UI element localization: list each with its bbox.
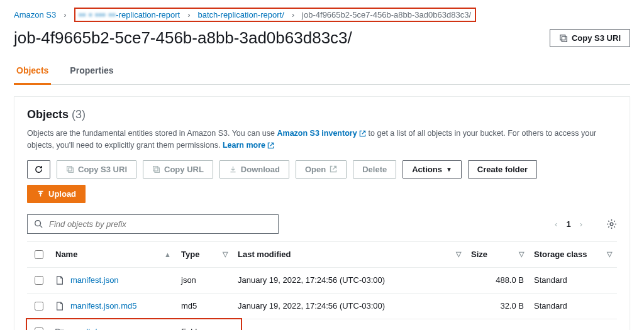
page-title: job-4f9665b2-5ce7-456b-a8bb-3ad0b63d83c3… [14,28,352,48]
upload-button[interactable]: Upload [27,185,86,203]
svg-point-6 [35,221,41,226]
cell-type: md5 [176,293,233,319]
external-link-icon [267,142,274,149]
search-input-wrapper[interactable] [27,214,279,234]
breadcrumb-bucket[interactable]: ▪▪ ▪ ▪▪▪ ▪▪-replication-report [79,10,180,19]
filter-icon[interactable]: ▽ [223,250,228,258]
cell-storage: Standard [529,293,617,319]
filter-icon[interactable]: ▽ [519,250,524,258]
col-name[interactable]: Name [55,250,77,259]
filter-icon[interactable]: ▽ [456,250,461,258]
create-folder-button[interactable]: Create folder [468,160,537,179]
breadcrumb-current: job-4f9665b2-5ce7-456b-a8bb-3ad0b63d83c3… [302,10,471,19]
search-input[interactable] [48,219,272,229]
search-icon [34,219,43,228]
download-icon [229,165,237,173]
cell-modified: - [233,319,466,330]
file-icon [55,302,65,311]
cell-size: - [466,319,529,330]
objects-panel: Objects (3) Objects are the fundamental … [14,96,630,330]
object-name-link[interactable]: results/ [70,327,97,330]
external-link-icon [359,130,366,137]
cell-size: 32.0 B [466,293,529,319]
row-checkbox[interactable] [35,302,43,311]
toolbar: Copy S3 URI Copy URL Download Open Delet… [27,160,617,179]
panel-description: Objects are the fundamental entities sto… [27,128,617,151]
cell-type: Folder [176,319,233,330]
cell-storage: - [529,319,617,330]
table-row: results/Folder--- [27,319,617,330]
col-type[interactable]: Type [181,250,199,259]
tab-properties[interactable]: Properties [67,59,116,84]
objects-table: Name▲ Type▽ Last modified▽ Size▽ Storage… [27,241,617,331]
chevron-right-icon: › [187,10,190,19]
svg-point-7 [610,223,613,226]
col-storage-class[interactable]: Storage class [534,250,587,259]
toolbar-row2: Upload [27,185,617,203]
refresh-icon [34,165,43,174]
caret-down-icon: ▼ [446,166,452,173]
svg-rect-5 [155,168,159,172]
svg-rect-2 [67,166,72,170]
col-size[interactable]: Size [471,250,487,259]
cell-type: json [176,267,233,293]
sort-asc-icon[interactable]: ▲ [164,251,171,258]
svg-rect-0 [560,35,565,40]
breadcrumb: Amazon S3 › ▪▪ ▪ ▪▪▪ ▪▪-replication-repo… [14,8,630,22]
tabs: Objects Properties [14,59,630,85]
folder-icon [55,327,65,330]
page-number: 1 [566,219,570,229]
delete-button[interactable]: Delete [353,160,396,179]
prev-page-button[interactable]: ‹ [555,219,557,229]
breadcrumb-highlight-box: ▪▪ ▪ ▪▪▪ ▪▪-replication-report › batch-r… [74,8,476,22]
copy-icon [152,165,160,173]
learn-more-link[interactable]: Learn more [223,141,275,150]
col-last-modified[interactable]: Last modified [238,250,291,259]
open-button[interactable]: Open [296,160,347,179]
next-page-button[interactable]: › [580,219,582,229]
filter-icon[interactable]: ▽ [607,250,612,258]
cell-modified: January 19, 2022, 17:24:56 (UTC-03:00) [233,293,466,319]
svg-rect-3 [69,168,73,172]
refresh-button[interactable] [27,160,50,179]
gear-icon[interactable] [606,219,617,229]
chevron-right-icon: › [64,10,66,19]
table-row: manifest.json.md5md5January 19, 2022, 17… [27,293,617,319]
object-name-link[interactable]: manifest.json.md5 [70,301,137,311]
object-name-link[interactable]: manifest.json [70,275,119,285]
actions-dropdown[interactable]: Actions ▼ [402,160,462,179]
cell-modified: January 19, 2022, 17:24:56 (UTC-03:00) [233,267,466,293]
cell-size: 488.0 B [466,267,529,293]
breadcrumb-folder[interactable]: batch-replication-report/ [197,10,284,19]
download-button[interactable]: Download [219,160,289,179]
heading-row: job-4f9665b2-5ce7-456b-a8bb-3ad0b63d83c3… [14,28,630,48]
select-all-checkbox[interactable] [35,250,43,259]
svg-rect-1 [562,36,567,41]
pagination: ‹ 1 › [555,219,617,229]
cell-storage: Standard [529,267,617,293]
copy-s3-uri-button-toolbar[interactable]: Copy S3 URI [57,160,136,179]
copy-s3-uri-button[interactable]: Copy S3 URI [550,29,630,47]
copy-icon [66,165,74,173]
table-row: manifest.jsonjsonJanuary 19, 2022, 17:24… [27,267,617,293]
filter-row: ‹ 1 › [27,214,617,234]
row-checkbox[interactable] [35,276,43,285]
upload-icon [36,190,45,198]
svg-rect-4 [153,166,158,170]
chevron-right-icon: › [292,10,294,19]
row-checkbox[interactable] [35,327,43,331]
copy-icon [559,34,568,43]
inventory-link[interactable]: Amazon S3 inventory [277,129,366,138]
panel-heading: Objects (3) [27,108,617,121]
table-header-row: Name▲ Type▽ Last modified▽ Size▽ Storage… [27,241,617,267]
copy-url-button[interactable]: Copy URL [143,160,213,179]
tab-objects[interactable]: Objects [14,59,51,85]
file-icon [55,276,65,285]
external-link-icon [330,165,337,173]
breadcrumb-root[interactable]: Amazon S3 [14,10,56,19]
